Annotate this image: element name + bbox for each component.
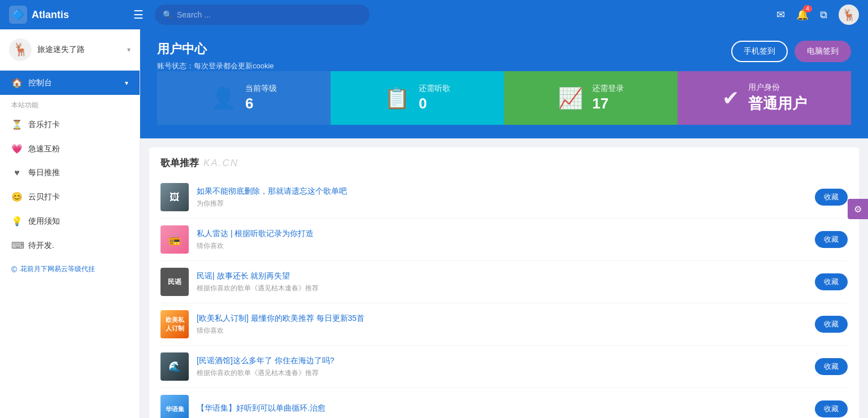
stat-level-label: 当前等级 xyxy=(245,84,277,94)
stat-songs-value: 0 xyxy=(419,95,450,112)
sidebar-item-cloud-checkin[interactable]: 😊 云贝打卡 xyxy=(0,185,140,209)
sidebar-section-title: 本站功能 xyxy=(0,95,140,112)
stat-level-value: 6 xyxy=(245,95,277,112)
playlist-name-3[interactable]: 民谣| 故事还长 就别再失望 xyxy=(197,271,807,282)
stat-card-login: 📈 还需登录 17 xyxy=(504,71,678,125)
avatar[interactable]: 🦌 xyxy=(839,5,859,25)
collect-button-1[interactable]: 收藏 xyxy=(815,189,848,206)
chevron-down-icon: ▾ xyxy=(127,46,131,54)
list-item: 民谣 民谣| 故事还长 就别再失望 根据你喜欢的歌单《遇见枯木逢春》推荐 收藏 xyxy=(160,261,848,303)
home-icon: 🏠 xyxy=(11,77,23,88)
playlist-thumb-5: 🌊 xyxy=(160,352,189,381)
playlist-name-2[interactable]: 私人雷达 | 根据听歌记录为你打造 xyxy=(197,228,807,240)
search-input[interactable] xyxy=(177,10,362,19)
user-avatar: 🦌 xyxy=(9,38,32,61)
topnav-right: ✉ 🔔 4 ⧉ 🦌 xyxy=(776,5,859,25)
heart-pulse-icon: 💗 xyxy=(11,143,23,154)
stat-card-identity: ✔ 用户身份 普通用户 xyxy=(678,71,851,125)
header-buttons: 手机签到 电脑签到 xyxy=(731,41,851,62)
playlist-section: 歌单推荐 KA.CN 🖼 如果不能彻底删除，那就请遗忘这个歌单吧 为你推荐 收藏… xyxy=(149,147,859,418)
page-title-group: 用户中心 账号状态：每次登录都会更新cookie xyxy=(157,41,274,71)
pc-checkin-button[interactable]: 电脑签到 xyxy=(795,41,851,62)
sidebar-user: 🦌 旅途迷失了路 ▾ xyxy=(0,29,140,71)
bulb-icon: 💡 xyxy=(11,216,23,227)
playlist-desc-1: 为你推荐 xyxy=(197,199,807,208)
heart-icon: ♥ xyxy=(11,168,23,178)
sidebar-item-label: 使用须知 xyxy=(28,216,128,227)
app-name: Atlantis xyxy=(32,9,69,21)
login-icon: 📈 xyxy=(558,86,583,110)
logo-icon: 🔷 xyxy=(9,6,27,24)
playlist-thumb-4: 欧美私人订制 xyxy=(160,310,189,338)
username: 旅途迷失了路 xyxy=(37,45,121,55)
list-item: 🖼 如果不能彻底删除，那就请遗忘这个歌单吧 为你推荐 收藏 xyxy=(160,176,848,219)
hourglass-icon: ⏳ xyxy=(11,119,23,130)
playlist-thumb-2: 📻 xyxy=(160,225,189,254)
sidebar-item-label: 音乐打卡 xyxy=(28,120,128,130)
collect-button-2[interactable]: 收藏 xyxy=(815,231,848,248)
topnav: 🔷 Atlantis ☰ 🔍 ✉ 🔔 4 ⧉ 🦌 xyxy=(0,0,868,29)
sidebar-item-label: 控制台 xyxy=(28,78,119,88)
collect-button-6[interactable]: 收藏 xyxy=(815,400,848,417)
mail-button[interactable]: ✉ xyxy=(776,8,785,21)
keyboard-icon: ⌨ xyxy=(11,240,23,251)
stat-identity-label: 用户身份 xyxy=(748,82,807,93)
collect-button-5[interactable]: 收藏 xyxy=(815,358,848,375)
playlist-desc-4: 猜你喜欢 xyxy=(197,326,807,336)
layers-button[interactable]: ⧉ xyxy=(820,9,827,21)
songs-icon: 📋 xyxy=(384,86,410,110)
sidebar-item-quick-fans[interactable]: 💗 急速互粉 xyxy=(0,137,140,161)
collect-button-3[interactable]: 收藏 xyxy=(815,273,848,290)
search-container: 🔍 xyxy=(155,5,370,25)
mail-icon: ✉ xyxy=(776,9,785,20)
page-subtitle: 账号状态：每次登录都会更新cookie xyxy=(157,61,274,71)
fab-settings-button[interactable]: ⚙ xyxy=(848,199,868,219)
sidebar-promo[interactable]: © 花前月下网易云等级代挂 xyxy=(0,258,140,281)
sidebar-item-dashboard[interactable]: 🏠 控制台 ▾ xyxy=(0,71,140,95)
hamburger-icon[interactable]: ☰ xyxy=(129,6,148,24)
sidebar-item-in-development[interactable]: ⌨ 待开发. xyxy=(0,233,140,258)
section-title: 歌单推荐 KA.CN xyxy=(160,156,848,169)
settings-icon: ⚙ xyxy=(854,204,862,215)
sidebar-item-label: 急速互粉 xyxy=(28,144,128,154)
list-item: 🌊 [民谣酒馆]这么多年了 你住在海边了吗? 根据你喜欢的歌单《遇见枯木逢春》推… xyxy=(160,346,848,388)
sidebar-item-daily-recommend[interactable]: ♥ 每日推推 xyxy=(0,161,140,185)
main-layout: 🦌 旅途迷失了路 ▾ 🏠 控制台 ▾ 本站功能 ⏳ 音乐打卡 💗 急速互粉 ♥ … xyxy=(0,29,868,418)
content-header: 用户中心 账号状态：每次登录都会更新cookie 手机签到 电脑签到 👤 当前等… xyxy=(140,29,868,138)
logo-area: 🔷 Atlantis xyxy=(9,6,122,24)
identity-icon: ✔ xyxy=(722,86,739,110)
stat-cards: 👤 当前等级 6 📋 还需听歌 0 📈 还需登录 xyxy=(157,71,851,125)
promo-text: 花前月下网易云等级代挂 xyxy=(20,264,95,274)
playlist-thumb-6: 华语集 xyxy=(160,395,189,418)
smile-icon: 😊 xyxy=(11,191,23,202)
playlist-name-5[interactable]: [民谣酒馆]这么多年了 你住在海边了吗? xyxy=(197,355,807,367)
sidebar-item-music-checkin[interactable]: ⏳ 音乐打卡 xyxy=(0,112,140,137)
stat-songs-label: 还需听歌 xyxy=(419,84,450,94)
level-icon: 👤 xyxy=(211,86,236,110)
notification-button[interactable]: 🔔 4 xyxy=(796,8,809,21)
playlist-desc-3: 根据你喜欢的歌单《遇见枯木逢春》推荐 xyxy=(197,284,807,293)
playlist-thumb-3: 民谣 xyxy=(160,268,189,296)
sidebar-item-label: 待开发. xyxy=(28,241,128,251)
stat-card-level: 👤 当前等级 6 xyxy=(157,71,331,125)
stat-login-value: 17 xyxy=(592,95,624,112)
notification-badge: 4 xyxy=(803,5,812,12)
sidebar-item-label: 云贝打卡 xyxy=(28,192,128,202)
promo-icon: © xyxy=(11,265,17,274)
sidebar-item-usage-notice[interactable]: 💡 使用须知 xyxy=(0,209,140,233)
mobile-checkin-button[interactable]: 手机签到 xyxy=(731,41,788,62)
layers-icon: ⧉ xyxy=(820,9,827,20)
playlist-name-1[interactable]: 如果不能彻底删除，那就请遗忘这个歌单吧 xyxy=(197,186,807,197)
playlist-desc-5: 根据你喜欢的歌单《遇见枯木逢春》推荐 xyxy=(197,368,807,378)
playlist-name-4[interactable]: [欧美私人订制] 最懂你的欧美推荐 每日更新35首 xyxy=(197,313,807,324)
chevron-right-icon: ▾ xyxy=(125,79,128,87)
page-title: 用户中心 xyxy=(157,41,274,58)
sidebar: 🦌 旅途迷失了路 ▾ 🏠 控制台 ▾ 本站功能 ⏳ 音乐打卡 💗 急速互粉 ♥ … xyxy=(0,29,140,418)
playlist-thumb-1: 🖼 xyxy=(160,183,189,211)
collect-button-4[interactable]: 收藏 xyxy=(815,316,848,333)
list-item: 华语集 【华语集】好听到可以单曲循环.治愈 收藏 xyxy=(160,388,848,418)
stat-identity-value: 普通用户 xyxy=(748,94,807,114)
search-icon: 🔍 xyxy=(163,10,172,19)
sidebar-item-label: 每日推推 xyxy=(28,168,128,178)
playlist-name-6[interactable]: 【华语集】好听到可以单曲循环.治愈 xyxy=(197,403,807,414)
